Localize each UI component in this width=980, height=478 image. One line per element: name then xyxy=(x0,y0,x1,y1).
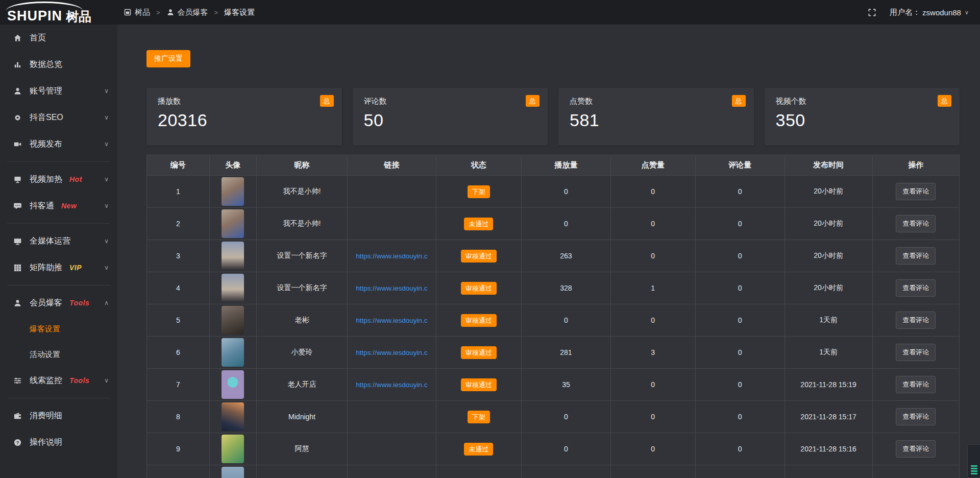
cell-comments: 0 xyxy=(695,401,785,433)
breadcrumb-label: 爆客设置 xyxy=(224,8,255,17)
sidebar-item-抖音SEO[interactable]: 抖音SEO ∨ xyxy=(0,104,117,131)
cell-action: 查看评论 xyxy=(872,176,959,208)
view-comments-button[interactable]: 查看评论 xyxy=(896,408,936,425)
cell-likes: 0 xyxy=(610,208,695,240)
topbar: SHUPIN 树品 树品 > 会员爆客 > 爆客设置 用户名：zswodun88… xyxy=(0,0,980,25)
total-badge: 总 xyxy=(526,95,540,107)
total-badge: 总 xyxy=(732,95,746,107)
sidebar-item-账号管理[interactable]: 账号管理 ∨ xyxy=(0,78,117,104)
fullscreen-icon[interactable] xyxy=(868,8,876,17)
view-comments-button[interactable]: 查看评论 xyxy=(896,312,936,329)
sidebar-item-视频发布[interactable]: 视频发布 ∨ xyxy=(0,131,117,157)
sidebar-item-全媒体运营[interactable]: 全媒体运营 ∨ xyxy=(0,228,117,254)
view-comments-button[interactable]: 查看评论 xyxy=(896,344,936,361)
sidebar-subitem-活动设置[interactable]: 活动设置 xyxy=(0,342,117,367)
sidebar-item-首页[interactable]: 首页 xyxy=(0,25,117,51)
widget-stripe xyxy=(971,473,977,474)
view-comments-button[interactable]: 查看评论 xyxy=(896,279,936,297)
sidebar-item-视频加热[interactable]: 视频加热 Hot ∨ xyxy=(0,166,117,193)
sidebar-item-label: 抖音SEO xyxy=(30,112,63,123)
cell-action: 查看评论 xyxy=(872,337,959,369)
cell-likes: 3 xyxy=(610,337,695,369)
cell-plays: 0 xyxy=(521,208,610,240)
user-menu[interactable]: 用户名：zswodun88 ∨ xyxy=(890,8,969,17)
status-badge: 审核通过 xyxy=(461,314,497,327)
cell-plays: 328 xyxy=(521,272,610,304)
breadcrumb-item[interactable]: 树品 xyxy=(124,8,150,17)
video-link[interactable]: https://www.iesdouyin.c xyxy=(356,317,427,324)
cell-time: 20小时前 xyxy=(785,240,872,272)
cell-time: 2021-11-28 15:16 xyxy=(785,433,872,465)
view-comments-button[interactable]: 查看评论 xyxy=(896,376,936,393)
cell-nickname: 设置一个新名字 xyxy=(256,240,347,272)
sidebar-item-会员爆客[interactable]: 会员爆客 Tools ∧ xyxy=(0,290,117,316)
cell-status: 下架 xyxy=(436,401,521,433)
cell-nickname: 我不是小帅! xyxy=(256,176,347,208)
column-header-播放量: 播放量 xyxy=(521,155,610,176)
cell-plays: 0 xyxy=(521,401,610,433)
table-row: 8Midnight下架0002021-11-28 15:17查看评论 xyxy=(147,401,960,433)
breadcrumb-separator: > xyxy=(214,9,218,16)
view-comments-button[interactable]: 查看评论 xyxy=(896,215,936,232)
monitor-icon xyxy=(13,237,22,246)
sidebar: 首页 数据总览 账号管理 ∨ 抖音SEO ∨ 视频发布 ∨ 视频加热 Hot ∨… xyxy=(0,25,117,478)
view-comments-button[interactable]: 查看评论 xyxy=(896,247,936,265)
user-icon xyxy=(166,8,175,16)
status-badge: 下架 xyxy=(468,411,490,423)
sidebar-item-线索监控[interactable]: 线索监控 Tools ∨ xyxy=(0,367,117,394)
sidebar-item-tag: Tools xyxy=(69,299,89,307)
cell-avatar xyxy=(209,401,256,433)
cell-time: 20小时前 xyxy=(785,208,872,240)
column-header-操作: 操作 xyxy=(872,155,959,176)
sidebar-item-抖客通[interactable]: 抖客通 New ∨ xyxy=(0,193,117,219)
sidebar-item-消费明细[interactable]: 消费明细 xyxy=(0,402,117,429)
video-link[interactable]: https://www.iesdouyin.c xyxy=(356,349,427,356)
stat-cards: 播放数 总 20316 评论数 总 50 点赞数 总 581 视频个数 总 35… xyxy=(146,88,960,146)
cell-comments: 0 xyxy=(695,272,785,304)
breadcrumb-item: 爆客设置 xyxy=(224,8,255,17)
cell-nickname: 设置一个新名字 xyxy=(256,272,347,304)
cell-time: 1天前 xyxy=(785,337,872,369)
cell-nickname: 小爱玲 xyxy=(256,337,347,369)
cell-id: 6 xyxy=(147,337,210,369)
cell-likes: 0 xyxy=(610,304,695,337)
cell-status: 未通过 xyxy=(436,433,521,465)
cell-link xyxy=(348,208,436,240)
avatar xyxy=(222,242,244,270)
cell-id: 2 xyxy=(147,208,210,240)
cell-status xyxy=(436,465,521,478)
breadcrumb-item[interactable]: 会员爆客 xyxy=(166,8,208,17)
sidebar-subitem-爆客设置[interactable]: 爆客设置 xyxy=(0,316,117,342)
view-comments-button[interactable]: 查看评论 xyxy=(896,440,936,458)
chevron-down-icon: ∨ xyxy=(104,87,109,94)
cell-comments: 0 xyxy=(695,208,785,240)
stat-card: 点赞数 总 581 xyxy=(558,88,754,146)
app-icon xyxy=(124,8,132,16)
view-comments-button[interactable]: 查看评论 xyxy=(896,183,936,200)
cell-link xyxy=(348,401,436,433)
floating-widget[interactable] xyxy=(967,444,980,478)
video-link[interactable]: https://www.iesdouyin.c xyxy=(356,252,427,260)
sidebar-item-数据总览[interactable]: 数据总览 xyxy=(0,51,117,78)
status-badge: 下架 xyxy=(468,185,490,198)
app-logo[interactable]: SHUPIN 树品 xyxy=(0,0,117,25)
video-link[interactable]: https://www.iesdouyin.c xyxy=(356,284,427,292)
total-badge: 总 xyxy=(938,95,951,107)
cell-avatar xyxy=(209,176,256,208)
promotion-settings-button[interactable]: 推广设置 xyxy=(146,50,190,67)
sidebar-item-矩阵助推[interactable]: 矩阵助推 VIP ∨ xyxy=(0,254,117,281)
sidebar-item-label: 消费明细 xyxy=(30,411,62,421)
cell-action: 查看评论 xyxy=(872,304,959,337)
cell-nickname xyxy=(256,465,347,478)
video-icon xyxy=(13,140,22,149)
cell-comments: 0 xyxy=(695,176,785,208)
username: zswodun88 xyxy=(922,8,961,17)
chevron-down-icon: ∨ xyxy=(104,176,109,183)
username-prefix: 用户名： xyxy=(890,8,920,17)
cell-status: 审核通过 xyxy=(436,304,521,337)
cell-avatar xyxy=(209,433,256,465)
cell-plays: 35 xyxy=(521,369,610,401)
breadcrumb: 树品 > 会员爆客 > 爆客设置 xyxy=(117,8,255,17)
sidebar-item-操作说明[interactable]: ? 操作说明 xyxy=(0,429,117,456)
video-link[interactable]: https://www.iesdouyin.c xyxy=(356,381,427,389)
